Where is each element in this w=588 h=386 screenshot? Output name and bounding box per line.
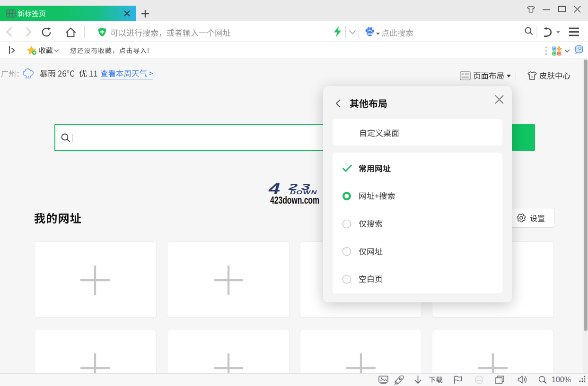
- svg-text:du: du: [368, 32, 372, 36]
